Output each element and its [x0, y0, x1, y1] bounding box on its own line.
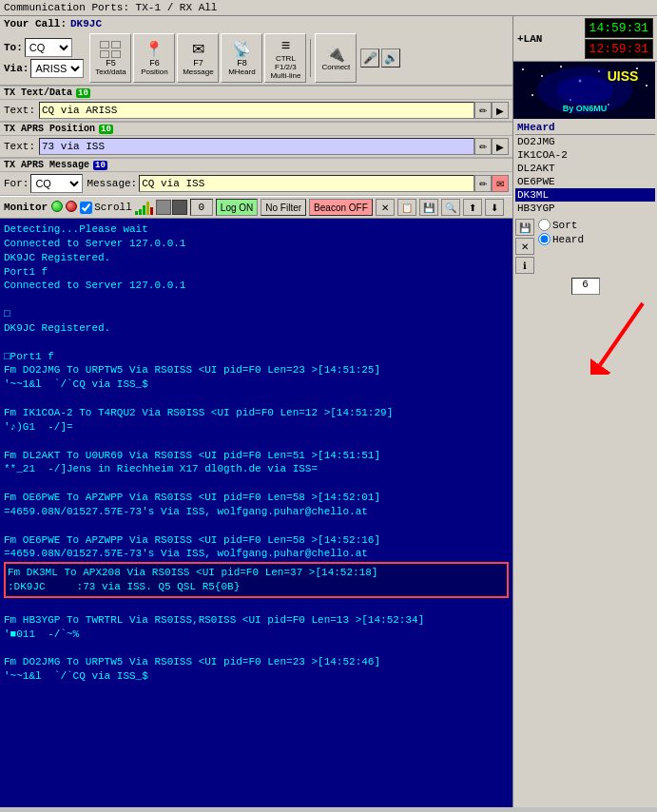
speaker-icon[interactable]: 🔊 — [381, 48, 400, 68]
mon-btn4[interactable]: 🔍 — [441, 199, 460, 216]
ctrl-sublabel: Multi-line — [270, 71, 300, 80]
tx-aprs-msg-section: TX APRS Message 10 For: CQ Message: ✏ ✉ — [0, 158, 512, 196]
mon-btn5[interactable]: ⬆ — [463, 199, 482, 216]
no-filter-btn[interactable]: No Filter — [261, 199, 306, 216]
via-select[interactable]: ARISS — [30, 59, 84, 78]
f5-sublabel: Text/data — [95, 68, 126, 76]
f5-label: F5 — [106, 58, 116, 68]
monitor-line-2: Connected to Server 127.0.0.1 — [4, 237, 509, 251]
mon-btn3[interactable]: 💾 — [419, 199, 438, 216]
mheard-item-hb3ygp[interactable]: HB3YGP — [515, 202, 655, 215]
mheard-info-btn[interactable]: ℹ — [515, 257, 534, 274]
svg-point-13 — [556, 76, 613, 105]
sort-heard-area: 💾 ✕ ℹ Sort Heard 6 — [513, 217, 657, 299]
your-call-row: Your Call: DK9JC — [0, 16, 512, 31]
monitor-line-12: '~~1&l `/`CQ via ISS_$ — [4, 377, 509, 392]
f8-sublabel: MHeard — [228, 68, 255, 76]
monitor-controls: Scroll 0 Log ON No Filter Be — [51, 199, 504, 216]
mheard-title: MHeard — [515, 121, 655, 135]
tx-aprs-pos-input[interactable] — [39, 138, 474, 155]
tx-text-indicator: 10 — [76, 88, 90, 98]
mheard-item-dl2akt[interactable]: DL2AKT — [515, 162, 655, 175]
svg-point-3 — [560, 66, 562, 68]
monitor-line-16 — [4, 435, 509, 449]
mheard-item-dk3ml[interactable]: DK3ML — [515, 188, 655, 202]
tx-aprs-pos-row: Text: ✏ ▶ — [0, 136, 512, 158]
for-select[interactable]: CQ — [30, 174, 83, 193]
f8-button[interactable]: 📡 F8 MHeard — [221, 33, 262, 83]
led-green — [51, 201, 63, 215]
sort-radio[interactable] — [538, 219, 551, 231]
log-on-btn[interactable]: Log ON — [216, 199, 258, 216]
msg-send-btn[interactable]: ✉ — [492, 175, 509, 192]
mheard-item-ik1coa2[interactable]: IK1COA-2 — [515, 148, 655, 162]
msg-edit-btn[interactable]: ✏ — [474, 175, 492, 192]
monitor-line-22 — [4, 519, 509, 533]
scroll-checkbox[interactable] — [80, 202, 92, 214]
monitor-line-28 — [4, 641, 509, 655]
monitor-highlight-1: Fm DK3ML To APX208 Via RS0ISS <UI pid=F0… — [8, 566, 505, 580]
mic-icon[interactable]: 🎤 — [360, 48, 379, 68]
f5-button[interactable]: F5 Text/data — [89, 33, 131, 83]
svg-text:UISS: UISS — [608, 68, 639, 84]
tx-text-header: TX Text/Data 10 — [0, 86, 512, 100]
mheard-list: DO2JMG IK1COA-2 DL2AKT OE6PWE DK3ML HB3Y… — [515, 135, 655, 215]
mheard-clear-btn[interactable]: ✕ — [515, 238, 534, 255]
highlight-block: Fm DK3ML To APX208 Via RS0ISS <UI pid=F0… — [4, 562, 509, 598]
heard-radio[interactable] — [538, 233, 551, 245]
for-label: For: — [4, 178, 29, 189]
level-indicator — [135, 200, 153, 215]
monitor-terminal: Detecting...Please wait Connected to Ser… — [0, 219, 512, 807]
sort-label: Sort — [552, 220, 577, 231]
message-input[interactable] — [139, 175, 474, 192]
via-label: Via: — [4, 63, 29, 74]
beacon-off-btn[interactable]: Beacon OFF — [309, 199, 373, 216]
svg-point-1 — [522, 68, 524, 70]
tx-aprs-pos-edit-btn[interactable]: ✏ — [474, 138, 492, 155]
lan-image: By ON6MU UISS — [513, 62, 655, 119]
sort-radio-label[interactable]: Sort — [538, 219, 584, 231]
svg-line-17 — [600, 303, 643, 365]
tx-text-input[interactable] — [39, 102, 474, 119]
monitor-line-29: Fm DO2JMG To URPTW5 Via RS0ISS <UI pid=F… — [4, 655, 509, 669]
mon-btn6[interactable]: ⬇ — [485, 199, 504, 216]
monitor-line-5: Connected to Server 127.0.0.1 — [4, 279, 509, 293]
f7-button[interactable]: ✉ F7 Message — [177, 33, 219, 83]
f7-sublabel: Message — [183, 68, 213, 76]
tx-text-title: TX Text/Data — [4, 87, 72, 98]
tx-aprs-msg-title: TX APRS Message — [4, 160, 89, 170]
f7-label: F7 — [193, 58, 203, 68]
right-panel: +LAN 14:59:31 12:59:31 — [513, 16, 657, 807]
lan-label: +LAN — [517, 33, 542, 45]
f6-button[interactable]: 📍 F6 Position — [133, 33, 175, 83]
monitor-line-13 — [4, 392, 509, 406]
monitor-highlight-2: :DK9JC :73 via ISS. Q5 QSL R5{0B} — [8, 580, 505, 594]
monitor-line-20: Fm OE6PWE To APZWPP Via RS0ISS <UI pid=F… — [4, 491, 509, 505]
svg-text:By ON6MU: By ON6MU — [563, 104, 608, 113]
monitor-line-7: □ — [4, 307, 509, 321]
monitor-line-6 — [4, 293, 509, 307]
mheard-item-do2jmg[interactable]: DO2JMG — [515, 135, 655, 148]
connect-button[interactable]: 🔌 Connect — [315, 33, 357, 83]
heard-radio-label[interactable]: Heard — [538, 233, 584, 245]
tx-aprs-msg-row: For: CQ Message: ✏ ✉ — [0, 172, 512, 196]
mon-btn2[interactable]: 📋 — [397, 199, 416, 216]
monitor-line-1: Detecting...Please wait — [4, 222, 509, 237]
monitor-line-26: Fm HB3YGP To TWRTRL Via RS0ISS,RS0ISS <U… — [4, 613, 509, 628]
tx-text-edit-btn[interactable]: ✏ — [474, 102, 492, 119]
scroll-label: Scroll — [94, 202, 132, 213]
connect-label: Connect — [322, 63, 351, 71]
tx-text-send-btn[interactable]: ▶ — [492, 102, 509, 119]
mheard-item-oe6pwe[interactable]: OE6PWE — [515, 175, 655, 188]
monitor-line-27: '■011 -/`~% — [4, 628, 509, 642]
mon-btn1[interactable]: ✕ — [376, 199, 395, 216]
status-squares — [156, 200, 187, 215]
scroll-checkbox-label[interactable]: Scroll — [80, 202, 132, 214]
tx-aprs-pos-send-btn[interactable]: ▶ — [492, 138, 509, 155]
monitor-line-18: **_21 -/]Jens in Riechheim X17 dl0gth.de… — [4, 462, 509, 476]
mheard-save-btn[interactable]: 💾 — [515, 219, 534, 236]
to-select[interactable]: CQ — [25, 38, 72, 57]
monitor-line-23: Fm OE6PWE To APZWPP Via RS0ISS <UI pid=F… — [4, 533, 509, 548]
ctrl-button[interactable]: ≡ CTRL F1/2/3 Multi-line — [264, 33, 306, 83]
f8-label: F8 — [237, 58, 247, 68]
